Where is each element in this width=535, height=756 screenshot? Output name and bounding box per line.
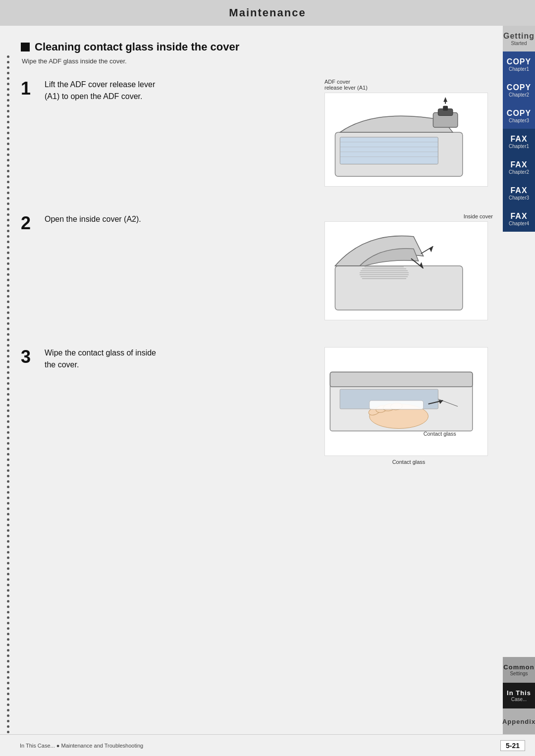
sidebar-tab-inthiscase-sub: Case... <box>511 697 527 702</box>
step-3-diagram: Contact glass <box>324 347 488 456</box>
dot <box>7 442 9 445</box>
sidebar-tab-common-settings[interactable]: Common Settings <box>503 657 535 683</box>
sidebar-tab-fax-ch1[interactable]: FAX Chapter1 <box>503 129 535 154</box>
sidebar-tab-copy-ch2[interactable]: COPY Chapter2 <box>503 77 535 103</box>
dot <box>7 546 9 548</box>
dot <box>7 453 9 455</box>
dot <box>7 132 9 134</box>
dot <box>7 137 9 140</box>
step-3: 3 Wipe the contact glass of inside the c… <box>21 347 493 465</box>
page-header: Maintenance <box>0 0 535 26</box>
dot <box>7 475 9 477</box>
dot <box>7 448 9 450</box>
step-3-text-line1: Wipe the contact glass of inside <box>45 347 315 359</box>
dot <box>7 458 9 461</box>
dot <box>7 202 9 205</box>
step-3-text: Wipe the contact glass of inside the cov… <box>45 347 324 371</box>
dot <box>7 600 9 603</box>
dot <box>7 464 9 466</box>
dot <box>7 655 9 657</box>
step-3-image: Contact glass <box>324 347 493 465</box>
sidebar-tab-getting-started[interactable]: Getting Started <box>503 26 535 51</box>
dot <box>7 350 9 352</box>
dot <box>7 55 9 58</box>
footer-page-number: 5-21 <box>500 740 525 751</box>
sidebar-tab-fax-ch3-main: FAX <box>510 186 527 195</box>
dot <box>7 704 9 706</box>
dot-border-left <box>0 26 16 734</box>
sidebar-tab-fax-ch4-sub: Chapter4 <box>509 221 529 226</box>
dot <box>7 164 9 167</box>
dot <box>7 66 9 69</box>
dot <box>7 181 9 183</box>
dot <box>7 513 9 515</box>
dot <box>7 115 9 118</box>
dot <box>7 605 9 608</box>
dot <box>7 61 9 63</box>
step-2-diagram <box>324 221 488 320</box>
right-sidebar: Getting Started COPY Chapter1 COPY Chapt… <box>503 26 535 734</box>
dot <box>7 616 9 619</box>
dot <box>7 497 9 499</box>
sidebar-tab-appendix[interactable]: Appendix <box>503 708 535 734</box>
dot <box>7 126 9 129</box>
footer-breadcrumb: In This Case... ● Maintenance and Troubl… <box>20 743 143 749</box>
dot <box>7 306 9 308</box>
dot <box>7 219 9 221</box>
dot <box>7 148 9 151</box>
sidebar-tab-in-this-case[interactable]: In This Case... <box>503 683 535 708</box>
step-3-text-line2: the cover. <box>45 359 315 371</box>
dot <box>7 170 9 172</box>
dot <box>7 241 9 243</box>
dot <box>7 366 9 368</box>
dot <box>7 431 9 434</box>
sidebar-spacer <box>503 232 535 657</box>
step-1-diagram <box>324 93 488 187</box>
dot <box>7 633 9 635</box>
dot <box>7 415 9 417</box>
dot <box>7 589 9 592</box>
step-2: 2 Open the inside cover (A2). Inside cov… <box>21 213 493 322</box>
dot <box>7 72 9 74</box>
step-1-image: ADF cover release lever (A1) <box>324 79 493 189</box>
dot <box>7 595 9 597</box>
page-body: Cleaning contact glass inside the cover … <box>16 26 503 734</box>
section-icon <box>21 43 30 51</box>
sidebar-tab-getting-started-main: Getting <box>503 32 535 41</box>
dot <box>7 437 9 439</box>
dot <box>7 671 9 673</box>
section-subtitle: Wipe the ADF glass inside the cover. <box>22 57 493 65</box>
sidebar-tab-fax-ch3[interactable]: FAX Chapter3 <box>503 180 535 206</box>
dot <box>7 186 9 189</box>
dot <box>7 99 9 101</box>
sidebar-tab-copy-ch2-main: COPY <box>507 83 531 92</box>
sidebar-tab-fax-ch2[interactable]: FAX Chapter2 <box>503 154 535 180</box>
dot <box>7 311 9 314</box>
dot <box>7 333 9 336</box>
sidebar-tab-fax-ch4[interactable]: FAX Chapter4 <box>503 206 535 232</box>
svg-rect-3 <box>443 106 448 111</box>
dot <box>7 676 9 679</box>
dot <box>7 388 9 390</box>
svg-rect-11 <box>335 266 462 310</box>
step-2-text-line1: Open the inside cover (A2). <box>45 213 315 225</box>
dot <box>7 279 9 281</box>
dot <box>7 371 9 374</box>
sidebar-tab-copy-ch3[interactable]: COPY Chapter3 <box>503 103 535 129</box>
step-1-text-line1: Lift the ADF cover release lever <box>45 79 315 91</box>
dot <box>7 252 9 254</box>
sidebar-tab-copy-ch1-sub: Chapter1 <box>509 66 529 72</box>
dot <box>7 284 9 287</box>
dot <box>7 709 9 711</box>
dot <box>7 698 9 701</box>
sidebar-tab-appendix-main: Appendix <box>502 718 535 725</box>
dot <box>7 230 9 232</box>
sidebar-tab-fax-ch1-main: FAX <box>510 135 527 144</box>
sidebar-tab-copy-ch1[interactable]: COPY Chapter1 <box>503 51 535 77</box>
dot <box>7 649 9 652</box>
dot <box>7 88 9 91</box>
dot <box>7 573 9 575</box>
step-1-left: 1 Lift the ADF cover release lever (A1) … <box>21 79 324 102</box>
dot <box>7 480 9 483</box>
dot <box>7 540 9 543</box>
